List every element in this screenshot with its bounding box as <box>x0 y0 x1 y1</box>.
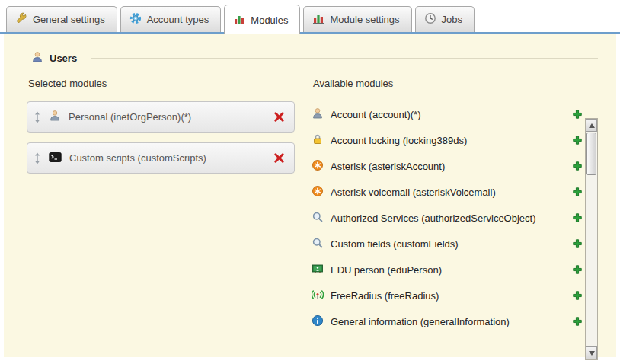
selected-module-row[interactable]: Personal (inetOrgPerson)(*) <box>27 101 295 133</box>
tab-general-settings[interactable]: General settings <box>6 6 117 32</box>
clock-icon <box>424 12 436 27</box>
available-module-row: General information (generalInformation) <box>312 308 583 334</box>
tab-module-settings[interactable]: Module settings <box>303 6 411 32</box>
user-icon <box>31 51 43 65</box>
available-module-row: Asterisk (asteriskAccount) <box>312 153 583 179</box>
lock-icon <box>312 133 324 148</box>
add-module-button[interactable] <box>572 316 583 327</box>
available-module-row: Account (account)(*) <box>312 101 583 127</box>
tab-jobs[interactable]: Jobs <box>415 6 475 32</box>
available-module-label: General information (generalInformation) <box>331 316 572 327</box>
tab-modules[interactable]: Modules <box>224 5 300 34</box>
available-module-row: FreeRadius (freeRadius) <box>312 283 583 308</box>
drag-handle-icon[interactable] <box>34 152 41 164</box>
selected-modules-column: Selected modules Personal (inetOrgPerson… <box>27 75 295 334</box>
antenna-icon <box>312 289 324 303</box>
scroll-up-icon[interactable] <box>586 119 597 132</box>
remove-module-button[interactable] <box>273 152 285 164</box>
available-module-label: Asterisk voicemail (asteriskVoicemail) <box>331 187 572 198</box>
add-module-button[interactable] <box>572 161 583 171</box>
add-module-button[interactable] <box>572 212 583 223</box>
scrollbar[interactable] <box>585 118 598 360</box>
search-icon <box>312 237 324 251</box>
tab-bar: General settings Account types Modules M… <box>0 0 620 34</box>
available-module-row: Account locking (locking389ds) <box>312 127 583 153</box>
modules-panel: Users Selected modules Personal (inetOrg… <box>4 34 616 357</box>
selected-module-label: Custom scripts (customScripts) <box>69 152 273 164</box>
add-module-button[interactable] <box>572 290 583 301</box>
tab-label: Jobs <box>442 14 462 25</box>
section-divider <box>91 58 598 59</box>
scroll-down-icon[interactable] <box>586 346 597 359</box>
selected-modules-heading: Selected modules <box>28 78 295 89</box>
scrollbar-thumb[interactable] <box>586 133 596 175</box>
edu-person-icon <box>312 263 324 277</box>
modules-icon <box>233 13 245 27</box>
selected-module-label: Personal (inetOrgPerson)(*) <box>69 111 273 123</box>
available-module-label: Account locking (locking389ds) <box>331 135 572 146</box>
gear-icon <box>129 12 142 27</box>
available-module-row: Custom fields (customFields) <box>312 231 583 257</box>
person-icon <box>312 107 324 122</box>
tab-label: Account types <box>147 14 209 25</box>
section-heading-users: Users <box>4 34 616 70</box>
drag-handle-icon[interactable] <box>34 111 41 123</box>
terminal-icon <box>49 152 62 165</box>
available-module-row: EDU person (eduPerson) <box>312 257 583 283</box>
available-module-label: FreeRadius (freeRadius) <box>331 290 572 302</box>
modules-icon <box>312 12 324 27</box>
search-icon <box>312 211 324 225</box>
available-module-row: Authorized Services (authorizedServiceOb… <box>312 205 583 231</box>
tab-label: Modules <box>251 14 288 26</box>
add-module-button[interactable] <box>572 238 583 249</box>
add-module-button[interactable] <box>572 109 583 120</box>
add-module-button[interactable] <box>572 264 583 275</box>
available-module-label: EDU person (eduPerson) <box>331 264 572 276</box>
available-module-label: Custom fields (customFields) <box>331 238 572 250</box>
wrench-icon <box>15 12 27 27</box>
add-module-button[interactable] <box>572 135 583 145</box>
person-icon <box>49 110 61 124</box>
available-module-label: Authorized Services (authorizedServiceOb… <box>331 212 572 224</box>
available-modules-heading: Available modules <box>313 78 583 89</box>
tab-label: Module settings <box>330 14 399 25</box>
remove-module-button[interactable] <box>273 111 285 123</box>
tab-account-types[interactable]: Account types <box>120 6 222 32</box>
selected-module-row[interactable]: Custom scripts (customScripts) <box>27 142 295 174</box>
tab-label: General settings <box>33 14 105 25</box>
available-module-row: Asterisk voicemail (asteriskVoicemail) <box>312 179 583 205</box>
available-module-label: Asterisk (asteriskAccount) <box>331 161 572 172</box>
add-module-button[interactable] <box>572 187 583 197</box>
asterisk-icon <box>312 159 324 174</box>
section-title: Users <box>50 53 77 64</box>
available-modules-column: Available modules Account (account)(*) A… <box>312 75 583 334</box>
available-module-label: Account (account)(*) <box>331 109 572 120</box>
asterisk-icon <box>312 185 324 200</box>
info-icon <box>312 315 324 329</box>
